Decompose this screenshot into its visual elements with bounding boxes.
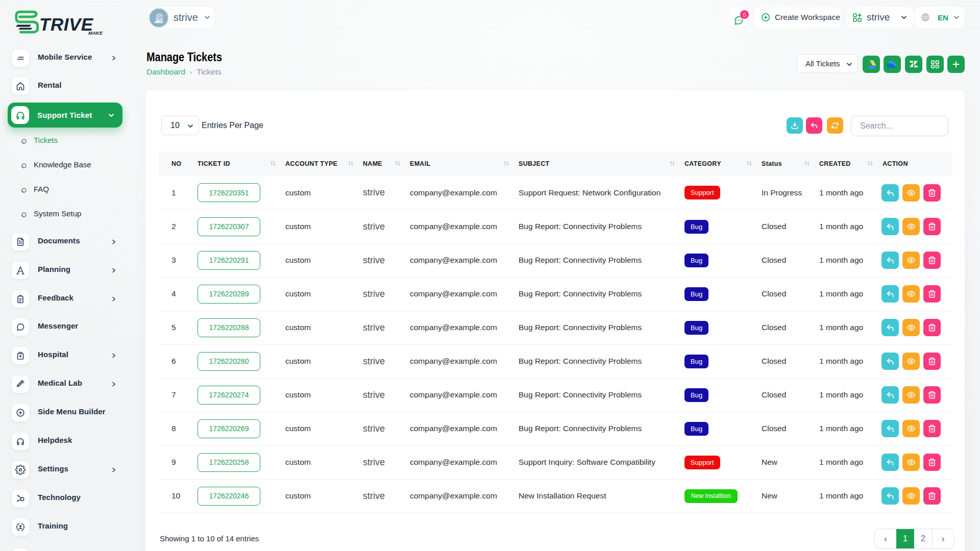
svg-text:MAKE: MAKE [88, 30, 103, 36]
svg-text:TRIVE: TRIVE [39, 14, 94, 34]
